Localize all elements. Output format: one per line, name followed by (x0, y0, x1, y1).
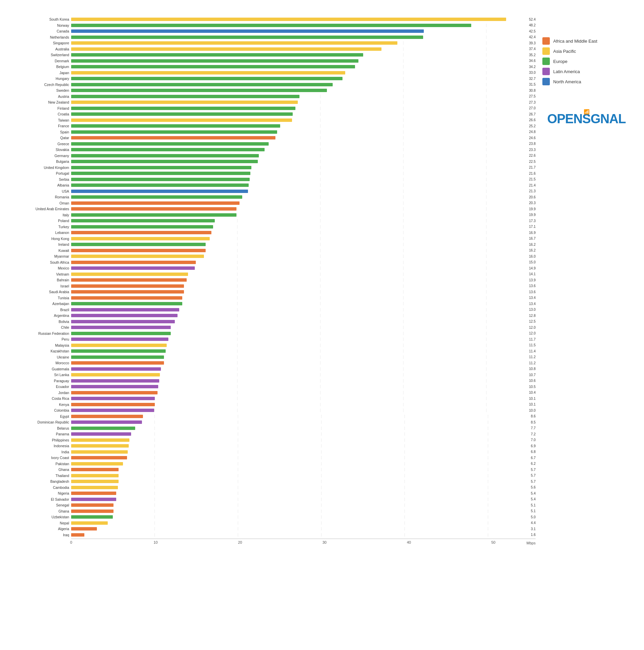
bar (71, 474, 119, 477)
bar-value-label: 10.1 (529, 403, 536, 406)
bar-track (71, 290, 528, 294)
bar-row: Slovakia23.3 (14, 147, 536, 152)
bar-track (71, 486, 529, 489)
bar (71, 338, 168, 341)
country-label: Vietnam (14, 272, 71, 276)
bar-wrapper: 7.7 (71, 426, 536, 430)
bar-value-label: 5.7 (531, 474, 536, 477)
bar-value-label: 12.8 (529, 314, 536, 318)
bar-track (71, 142, 528, 146)
bar-row: Switzerland35.2 (14, 52, 536, 57)
bar (71, 24, 471, 27)
right-panel: Africa and Middle EastAsia PacificEurope… (542, 17, 630, 545)
bar-row: Ghana5.7 (14, 467, 536, 472)
bar-value-label: 19.9 (529, 213, 536, 217)
bar-row: USA21.3 (14, 189, 536, 194)
bar-wrapper: 20.3 (71, 201, 536, 205)
bar-track (71, 249, 528, 252)
bar-row: Germany22.6 (14, 153, 536, 158)
bar-row: Austria27.5 (14, 94, 536, 99)
bar-track (71, 77, 528, 80)
bar-value-label: 25.2 (529, 124, 536, 128)
bar-row: Ireland16.2 (14, 242, 536, 247)
bar-row: Myanmar16.0 (14, 254, 536, 259)
bar-row: Costa Rica10.1 (14, 396, 536, 401)
bar (71, 201, 240, 205)
country-label: Netherlands (14, 35, 71, 39)
bar-track (71, 273, 528, 276)
bar-wrapper: 7.0 (71, 438, 536, 442)
bar-value-label: 39.3 (529, 41, 536, 45)
bar-track (71, 255, 528, 258)
bar-row: Ivory Coast6.7 (14, 455, 536, 460)
country-label: Argentina (14, 313, 71, 318)
bar (71, 308, 179, 311)
bar (71, 18, 506, 21)
bar-row: Taiwan26.6 (14, 118, 536, 123)
x-axis-tick: 20 (238, 540, 242, 544)
bar-value-label: 8.5 (531, 420, 536, 424)
bar (71, 154, 259, 157)
bar-track (71, 136, 528, 139)
bar (71, 101, 298, 104)
country-label: Turkey (14, 225, 71, 229)
bar-value-label: 11.7 (529, 338, 536, 341)
bar-row: Cambodia5.6 (14, 485, 536, 490)
bar (71, 36, 423, 39)
opensignal-brand-text: OPENS📶GNAL (547, 112, 626, 126)
country-label: Italy (14, 213, 71, 217)
bars-container: South Korea52.4Norway48.2Canada42.5Nethe… (14, 17, 536, 537)
bar-row: Albania21.4 (14, 183, 536, 188)
bar-row: Argentina12.8 (14, 313, 536, 318)
country-label: United Kingdom (14, 166, 71, 170)
bar (71, 118, 292, 122)
bar (71, 503, 113, 507)
bar-track (71, 53, 528, 57)
bar-wrapper: 14.9 (71, 266, 536, 270)
bar (71, 314, 178, 317)
legend-label: Asia Pacific (553, 49, 576, 54)
bar-value-label: 15.0 (529, 260, 536, 264)
bar (71, 95, 299, 98)
bar-row: Portugal21.6 (14, 171, 536, 176)
x-axis-tick: 50 (491, 540, 495, 544)
bar-row: Brazil13.0 (14, 307, 536, 312)
bar-track (71, 183, 528, 187)
country-label: Bahrain (14, 278, 71, 282)
bar-row: Ecuador10.5 (14, 384, 536, 389)
bar-wrapper: 5.4 (71, 492, 536, 495)
bar-track (71, 308, 528, 311)
bar-wrapper: 16.0 (71, 255, 536, 258)
bar-row: Azerbaijan13.4 (14, 301, 536, 306)
bar (71, 409, 154, 412)
country-label: Russian Federation (14, 331, 71, 335)
bar-track (71, 385, 528, 388)
bar-wrapper: 11.7 (71, 338, 536, 341)
bar-track (71, 480, 529, 483)
bar-wrapper: 42.4 (71, 35, 536, 39)
bar (71, 261, 196, 264)
bar-value-label: 10.6 (529, 379, 536, 383)
country-label: Ivory Coast (14, 456, 71, 460)
bar-wrapper: 16.9 (71, 231, 536, 235)
bar-row: Israel13.6 (14, 284, 536, 288)
bar-row: Russian Federation12.0 (14, 331, 536, 336)
bar-track (71, 237, 528, 240)
bar-row: Serbia21.5 (14, 177, 536, 182)
bar-wrapper: 7.2 (71, 432, 536, 436)
bar (71, 397, 155, 400)
bar-track (71, 314, 528, 317)
bar-wrapper: 16.7 (71, 237, 536, 240)
country-label: Kazakhstan (14, 349, 71, 353)
bar (71, 290, 184, 294)
country-label: Taiwan (14, 118, 71, 122)
bar-wrapper: 12.8 (71, 314, 536, 318)
country-label: Philippines (14, 438, 71, 442)
country-label: Singapore (14, 41, 71, 45)
bar (71, 385, 158, 388)
legend-label: Africa and Middle East (553, 39, 597, 44)
x-axis-tick: 30 (323, 540, 327, 544)
country-label: Jordan (14, 391, 71, 395)
bar-row: Poland17.3 (14, 218, 536, 223)
bar-wrapper: 10.4 (71, 391, 536, 394)
